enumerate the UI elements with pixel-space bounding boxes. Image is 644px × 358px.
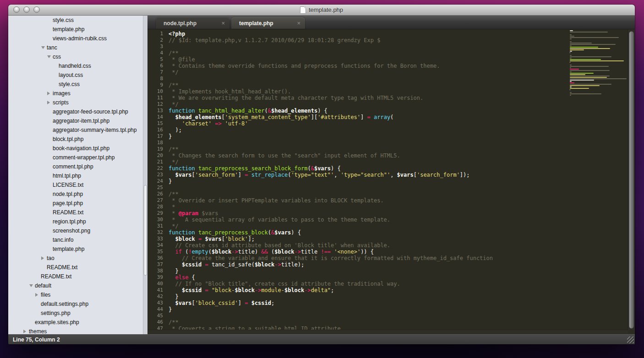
code-line-45[interactable] xyxy=(169,313,493,319)
sidebar-item-LICENSE.txt[interactable]: LICENSE.txt xyxy=(8,180,143,190)
code-line-9[interactable]: /** xyxy=(169,82,493,88)
code-line-35[interactable]: if (!empty($block->title) && ($block->ti… xyxy=(169,249,493,255)
resize-grip[interactable] xyxy=(627,336,634,343)
code-line-32[interactable]: function tanc_preprocess_block(&$vars) { xyxy=(169,229,493,236)
sidebar-item-tanc.info[interactable]: tanc.info xyxy=(8,235,143,244)
sidebar-item-layout.css[interactable]: layout.css xyxy=(8,71,143,80)
vertical-scrollbar[interactable] xyxy=(628,29,635,330)
code-line-25[interactable] xyxy=(169,184,493,191)
code-line-16[interactable]: ); xyxy=(169,127,493,133)
code-line-30[interactable]: * A sequential array of variables to pas… xyxy=(169,217,493,223)
code-line-46[interactable]: /** xyxy=(169,319,493,325)
code-line-21[interactable]: */ xyxy=(169,159,493,165)
code-line-11[interactable]: * We are overwriting the default meta ch… xyxy=(169,95,493,101)
code-area[interactable]: <?php// $Id: template.php,v 1.1.2.7 2010… xyxy=(169,29,493,334)
code-line-17[interactable]: } xyxy=(169,133,493,140)
window-titlebar[interactable]: template.php xyxy=(8,5,635,16)
code-line-43[interactable]: $vars['block_cssid'] = $cssid; xyxy=(169,300,493,306)
sidebar-item-default[interactable]: default xyxy=(8,281,143,290)
code-line-10[interactable]: * Implements hook_html_head_alter(). xyxy=(169,88,493,95)
sidebar-item-comment-wrapper.tpl.php[interactable]: comment-wrapper.tpl.php xyxy=(8,153,143,162)
sidebar-item-settings.php[interactable]: settings.php xyxy=(8,309,143,318)
code-line-7[interactable]: */ xyxy=(169,69,493,76)
code-editor[interactable]: 1234567891011121314151617181920212223242… xyxy=(147,29,635,334)
code-line-33[interactable]: $block = $vars['block']; xyxy=(169,236,493,242)
sidebar-item-html.tpl.php[interactable]: html.tpl.php xyxy=(8,171,143,180)
code-line-31[interactable]: */ xyxy=(169,223,493,229)
code-line-24[interactable]: } xyxy=(169,178,493,184)
sidebar-item-README.txt[interactable]: README.txt xyxy=(8,208,143,217)
sidebar-item-template.php[interactable]: template.php xyxy=(8,244,143,254)
sidebar-item-block.tpl.php[interactable]: block.tpl.php xyxy=(8,135,143,144)
code-line-28[interactable]: * xyxy=(169,204,493,210)
tab-node.tpl.php[interactable]: node.tpl.php× xyxy=(156,17,229,29)
sidebar-item-images[interactable]: images xyxy=(8,89,143,98)
code-line-20[interactable]: * Changes the search form to use the "se… xyxy=(169,152,493,159)
code-line-42[interactable]: } xyxy=(169,293,493,300)
code-line-36[interactable]: // Create the variable and ensure that i… xyxy=(169,255,493,261)
disclosure-triangle-icon[interactable] xyxy=(47,55,53,58)
tab-close-icon[interactable]: × xyxy=(221,20,225,26)
sidebar-item-handheld.css[interactable]: handheld.css xyxy=(8,61,143,71)
sidebar-item-tanc[interactable]: tanc xyxy=(8,43,143,52)
sidebar-item-screenshot.png[interactable]: screenshot.png xyxy=(8,226,143,235)
sidebar-item-comment.tpl.php[interactable]: comment.tpl.php xyxy=(8,162,143,171)
disclosure-triangle-icon[interactable] xyxy=(47,101,53,104)
sidebar-item-example.sites.php[interactable]: example.sites.php xyxy=(8,318,143,327)
code-line-18[interactable] xyxy=(169,140,493,146)
sidebar-item-aggregator-item.tpl.php[interactable]: aggregator-item.tpl.php xyxy=(8,116,143,125)
sidebar-item-page.tpl.php[interactable]: page.tpl.php xyxy=(8,199,143,208)
code-line-22[interactable]: function tanc_preprocess_search_block_fo… xyxy=(169,165,493,172)
code-line-14[interactable]: $head_elements['system_meta_content_type… xyxy=(169,114,493,120)
code-line-8[interactable] xyxy=(169,76,493,82)
sidebar-item-files[interactable]: files xyxy=(8,290,143,299)
sidebar-item-css[interactable]: css xyxy=(8,52,143,61)
sidebar-item-node.tpl.php[interactable]: node.tpl.php xyxy=(8,190,143,199)
sidebar-item-README.txt[interactable]: README.txt xyxy=(8,263,143,272)
code-line-19[interactable]: /** xyxy=(169,146,493,152)
disclosure-triangle-icon[interactable] xyxy=(35,293,41,297)
sidebar-item-default.settings.php[interactable]: default.settings.php xyxy=(8,299,143,309)
sidebar-scrollbar[interactable] xyxy=(143,16,147,334)
tab-template.php[interactable]: template.php× xyxy=(231,17,305,29)
sidebar-item-template.php[interactable]: template.php xyxy=(8,25,143,34)
code-line-26[interactable]: /** xyxy=(169,191,493,197)
sidebar-item-README.txt[interactable]: README.txt xyxy=(8,272,143,281)
disclosure-triangle-icon[interactable] xyxy=(23,330,29,333)
code-line-41[interactable]: $cssid = "block-$block->module-$block->d… xyxy=(169,287,493,293)
code-line-29[interactable]: * @param $vars xyxy=(169,210,493,217)
sidebar-item-style.css[interactable]: style.css xyxy=(8,16,143,25)
code-line-15[interactable]: 'charset' => 'utf-8' xyxy=(169,120,493,127)
code-line-27[interactable]: * Override or insert PHPTemplate variabl… xyxy=(169,197,493,204)
sidebar-scrollbar-thumb[interactable] xyxy=(144,185,147,276)
sidebar-item-aggregator-feed-source.tpl.php[interactable]: aggregator-feed-source.tpl.php xyxy=(8,107,143,116)
minimap[interactable] xyxy=(569,30,628,330)
code-line-38[interactable]: } xyxy=(169,268,493,274)
code-line-4[interactable]: /** xyxy=(169,50,493,56)
sidebar-item-tao[interactable]: tao xyxy=(8,254,143,263)
code-line-12[interactable]: */ xyxy=(169,101,493,108)
sidebar-item-aggregator-summary-items.tpl.php[interactable]: aggregator-summary-items.tpl.php xyxy=(8,125,143,135)
sidebar-item-region.tpl.php[interactable]: region.tpl.php xyxy=(8,217,143,226)
disclosure-triangle-icon[interactable] xyxy=(41,256,47,260)
sidebar-item-scripts[interactable]: scripts xyxy=(8,98,143,107)
sidebar-item-themes[interactable]: themes xyxy=(8,327,143,334)
code-line-6[interactable]: * Contains theme override functions and … xyxy=(169,63,493,69)
code-line-13[interactable]: function tanc_html_head_alter(&$head_ele… xyxy=(169,108,493,114)
disclosure-triangle-icon[interactable] xyxy=(29,284,35,287)
sidebar-item-style.css[interactable]: style.css xyxy=(8,80,143,89)
code-line-23[interactable]: $vars['search_form'] = str_replace('type… xyxy=(169,172,493,178)
code-line-37[interactable]: $cssid = tanc_id_safe($block->title); xyxy=(169,261,493,268)
code-line-34[interactable]: // Create css id attribute based on 'Blo… xyxy=(169,242,493,249)
code-line-2[interactable]: // $Id: template.php,v 1.1.2.7 2010/06/2… xyxy=(169,37,493,43)
code-line-3[interactable] xyxy=(169,43,493,50)
code-line-5[interactable]: * @file xyxy=(169,56,493,63)
code-line-44[interactable]: } xyxy=(169,306,493,313)
vertical-scrollbar-thumb[interactable] xyxy=(629,31,634,329)
code-line-39[interactable]: else { xyxy=(169,274,493,281)
code-line-1[interactable]: <?php xyxy=(169,31,493,37)
code-line-40[interactable]: // If no "Block title", create css id at… xyxy=(169,281,493,287)
sidebar-item-views-admin-rubik.css[interactable]: views-admin-rubik.css xyxy=(8,34,143,43)
tab-close-icon[interactable]: × xyxy=(297,20,300,26)
sidebar-item-book-navigation.tpl.php[interactable]: book-navigation.tpl.php xyxy=(8,144,143,153)
